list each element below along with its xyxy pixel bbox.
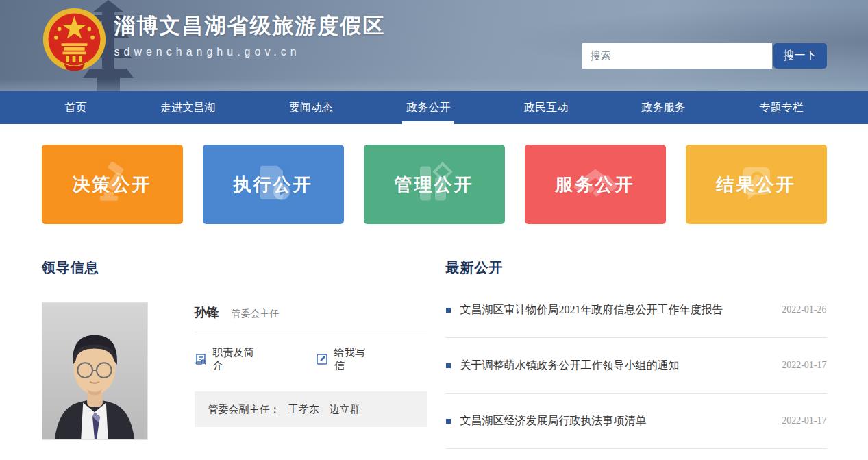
nav-item-news[interactable]: 要闻动态: [285, 91, 337, 124]
write-to-me-link[interactable]: 给我写信: [316, 346, 374, 372]
quick-link-label: 管理公开: [395, 173, 474, 197]
nav-item-interaction[interactable]: 政民互动: [520, 91, 572, 124]
news-item-date: 2022-01-17: [782, 415, 826, 426]
quick-link-label: 执行公开: [234, 173, 313, 197]
scroll-search-icon: [195, 353, 207, 365]
nav-item-home[interactable]: 首页: [61, 91, 91, 124]
site-header: 淄博文昌湖省级旅游度假区 sdwenchanghu.gov.cn 搜一下: [0, 0, 868, 91]
leader-position: 管委会主任: [232, 308, 280, 320]
news-section: 最新公开 文昌湖区审计物价局2021年政府信息公开工作年度报告 2022-01-…: [446, 258, 827, 449]
main-nav: 首页 走进文昌湖 要闻动态 政务公开 政民互动 政务服务 专题专栏: [0, 91, 868, 124]
nav-item-special[interactable]: 专题专栏: [755, 91, 807, 124]
square-bullet-icon: [446, 363, 451, 368]
leader-section: 领导信息: [42, 258, 427, 449]
quick-link-execution[interactable]: 执行公开: [203, 145, 344, 224]
nav-item-gov-disclosure[interactable]: 政务公开: [402, 91, 454, 124]
square-bullet-icon: [446, 308, 451, 313]
deputy-directors-box: 管委会副主任：王孝东 边立群: [195, 391, 427, 427]
news-item-date: 2022-01-26: [782, 304, 826, 315]
nav-item-services[interactable]: 政务服务: [638, 91, 690, 124]
news-item[interactable]: 文昌湖区经济发展局行政执法事项清单 2022-01-17: [446, 394, 827, 449]
site-title: 淄博文昌湖省级旅游度假区: [114, 12, 386, 40]
quick-link-label: 决策公开: [73, 173, 152, 197]
leader-name-row: 孙锋 管委会主任: [195, 302, 427, 332]
quick-link-result[interactable]: 结果公开: [686, 145, 827, 224]
news-item-date: 2022-01-17: [782, 360, 826, 371]
search-bar: 搜一下: [582, 43, 827, 69]
leader-duties-link[interactable]: 职责及简介: [195, 346, 262, 372]
news-item-title: 文昌湖区审计物价局2021年政府信息公开工作年度报告: [460, 303, 771, 317]
deputy-label: 管委会副主任：: [208, 404, 280, 415]
write-to-me-label: 给我写信: [334, 346, 374, 372]
quick-link-management[interactable]: 管理公开: [364, 145, 505, 224]
leader-name: 孙锋: [195, 304, 219, 321]
search-input[interactable]: [582, 43, 772, 69]
quick-link-label: 结果公开: [717, 173, 796, 197]
leader-portrait-photo: [42, 302, 148, 440]
news-item[interactable]: 关于调整萌水镇政务公开工作领导小组的通知 2022-01-17: [446, 338, 827, 394]
news-item[interactable]: 文昌湖区审计物价局2021年政府信息公开工作年度报告 2022-01-26: [446, 282, 827, 338]
leader-duties-label: 职责及简介: [213, 346, 262, 372]
quick-link-decision[interactable]: 决策公开: [42, 145, 183, 224]
site-url: sdwenchanghu.gov.cn: [114, 46, 386, 58]
quick-link-label: 服务公开: [556, 173, 635, 197]
news-section-title: 最新公开: [446, 258, 827, 277]
deputy-names: 王孝东 边立群: [288, 404, 360, 415]
quick-link-service[interactable]: 服务公开: [525, 145, 666, 224]
news-item-title: 关于调整萌水镇政务公开工作领导小组的通知: [460, 359, 771, 373]
leader-section-title: 领导信息: [42, 258, 427, 277]
square-bullet-icon: [446, 419, 451, 424]
news-item-title: 文昌湖区经济发展局行政执法事项清单: [460, 414, 771, 428]
national-emblem-icon: [42, 7, 107, 72]
nav-item-about[interactable]: 走进文昌湖: [156, 91, 219, 124]
search-button[interactable]: 搜一下: [773, 43, 827, 69]
disclosure-quick-links: 决策公开 执行公开 管理公开: [42, 145, 827, 224]
edit-pen-icon: [316, 353, 328, 365]
